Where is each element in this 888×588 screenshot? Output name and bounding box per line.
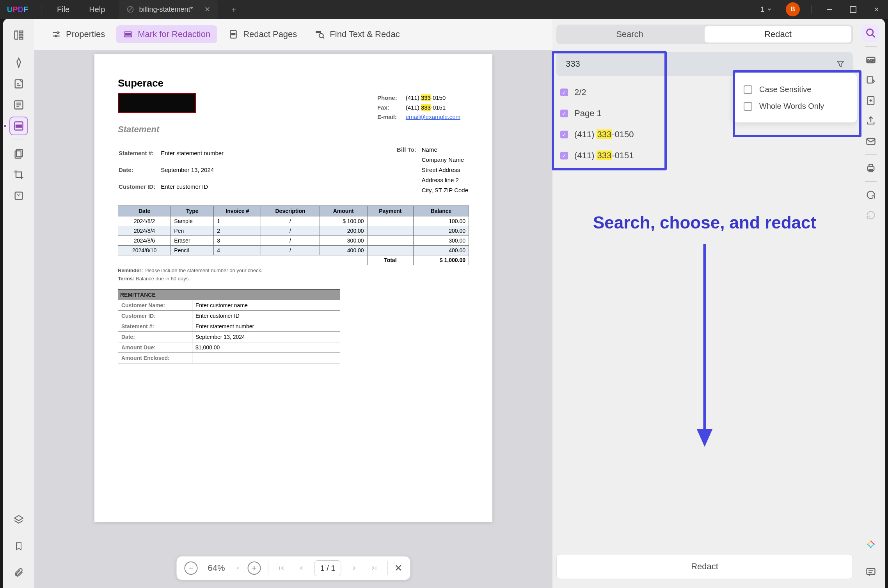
share-icon[interactable] [862,112,879,129]
svg-point-12 [57,32,59,34]
svg-rect-4 [19,37,23,39]
svg-rect-31 [867,569,875,574]
redact-tool-icon[interactable] [9,117,28,135]
last-page-button[interactable] [368,564,380,572]
contact-info: Phone:(411) 333-0150 Fax:(411) 333-0151 … [377,93,461,122]
svg-point-22 [867,29,873,35]
close-button[interactable]: ✕ [865,0,888,19]
titlebar: UPDF File Help billing-statement* ✕ ＋ 1 … [0,0,888,19]
next-page-button[interactable] [348,564,361,572]
pages-redact-icon [228,29,238,39]
tab-close-button[interactable]: ✕ [204,5,210,14]
menu-help[interactable]: Help [79,5,115,14]
svg-marker-21 [697,429,712,447]
tab-title: billing-statement* [139,5,193,14]
ai-icon[interactable] [862,537,879,554]
redaction-mark[interactable] [118,93,196,113]
redact-pages-button[interactable]: Redact Pages [221,25,304,43]
tab-redact[interactable]: Redact [705,26,851,43]
search-icon[interactable] [862,25,879,42]
redact-button[interactable]: Redact [556,554,853,579]
whole-words-option[interactable]: Whole Words Only [744,98,846,115]
tab-search[interactable]: Search [556,25,703,44]
toolbar-close-button[interactable]: ✕ [394,563,402,574]
find-icon [315,29,325,39]
undo-icon[interactable] [862,186,879,204]
search-redact-panel: Search Redact Case Sensitive Whole Words… [552,19,857,588]
document-viewport[interactable]: Superace Phone:(411) 333-0150 Fax:(411) … [34,50,552,588]
checkbox-icon[interactable] [744,102,752,111]
svg-rect-27 [867,138,875,144]
convert-icon[interactable] [862,72,879,89]
document-page: Superace Phone:(411) 333-0150 Fax:(411) … [94,54,492,522]
svg-point-13 [55,35,57,37]
right-sidebar: OCR [857,19,885,588]
result-item[interactable]: ✓(411) 333-0151 [556,145,853,166]
note-icon[interactable] [9,74,28,93]
remittance-table: REMITTANCE Customer Name:Enter customer … [118,289,340,363]
svg-point-19 [319,34,323,38]
pages-icon[interactable] [9,144,28,163]
new-tab-button[interactable]: ＋ [226,4,242,15]
page-input[interactable]: 1 / 1 [314,560,341,576]
crop-icon[interactable] [9,165,28,184]
menu-file[interactable]: File [47,5,79,14]
minimize-button[interactable] [818,0,841,19]
window-count-dropdown[interactable]: 1 [760,5,772,14]
document-tab[interactable]: billing-statement* ✕ [119,0,218,19]
user-avatar[interactable]: B [786,2,800,16]
annotation-text: Search, choose, and redact [556,213,853,232]
svg-rect-17 [232,34,235,35]
sliders-icon [51,29,61,39]
chevron-down-icon[interactable] [235,565,241,571]
redact-toolbar: Properties Mark for Redaction Redact Pag… [34,19,552,50]
statement-table: DateTypeInvoice #DescriptionAmountPaymen… [118,205,469,265]
zoom-level[interactable]: 64% [205,563,228,573]
email-icon[interactable] [862,133,879,150]
mark-icon [123,29,133,39]
mark-redaction-button[interactable]: Mark for Redaction [116,25,217,43]
bookmark-icon[interactable] [9,537,28,556]
svg-rect-18 [316,31,321,32]
maximize-button[interactable] [841,0,865,19]
checkbox-icon[interactable] [744,85,752,94]
svg-rect-15 [126,34,131,35]
svg-rect-29 [869,165,872,167]
properties-button[interactable]: Properties [44,25,112,43]
svg-rect-25 [867,77,873,83]
svg-rect-1 [15,31,18,39]
zoom-out-button[interactable]: − [185,561,198,575]
case-sensitive-option[interactable]: Case Sensitive [744,81,846,98]
form-icon[interactable] [9,186,28,205]
arrow-down-icon [693,244,716,447]
find-text-button[interactable]: Find Text & Redac [308,25,407,43]
statement-title: Statement [118,124,469,135]
page-controls: − 64% + 1 / 1 ✕ [176,556,411,580]
search-input[interactable] [556,52,853,76]
layers-icon[interactable] [9,510,28,529]
redo-icon[interactable] [862,207,879,224]
main-area: Properties Mark for Redaction Redact Pag… [34,19,552,588]
zoom-in-button[interactable]: + [248,561,261,575]
search-options-popup: Case Sensitive Whole Words Only [733,73,857,122]
company-name: Superace [118,77,469,89]
svg-rect-8 [16,125,21,128]
first-page-button[interactable] [275,564,288,572]
attachment-icon[interactable] [9,563,28,582]
filter-icon[interactable] [836,59,845,69]
compress-icon[interactable] [862,92,879,109]
svg-text:OCR: OCR [867,59,875,63]
highlight-icon[interactable] [9,53,28,72]
print-icon[interactable] [862,159,879,177]
svg-rect-3 [19,34,23,36]
ocr-icon[interactable]: OCR [862,51,879,69]
prev-page-button[interactable] [295,564,307,572]
left-sidebar [3,19,34,588]
text-tool-icon[interactable] [9,96,28,114]
svg-rect-2 [19,31,23,33]
app-logo: UPDF [0,5,35,14]
comment-icon[interactable] [862,563,879,580]
thumbnails-icon[interactable] [9,26,28,44]
redact-doc-icon [126,5,134,13]
result-item[interactable]: ✓(411) 333-0150 [556,124,853,145]
